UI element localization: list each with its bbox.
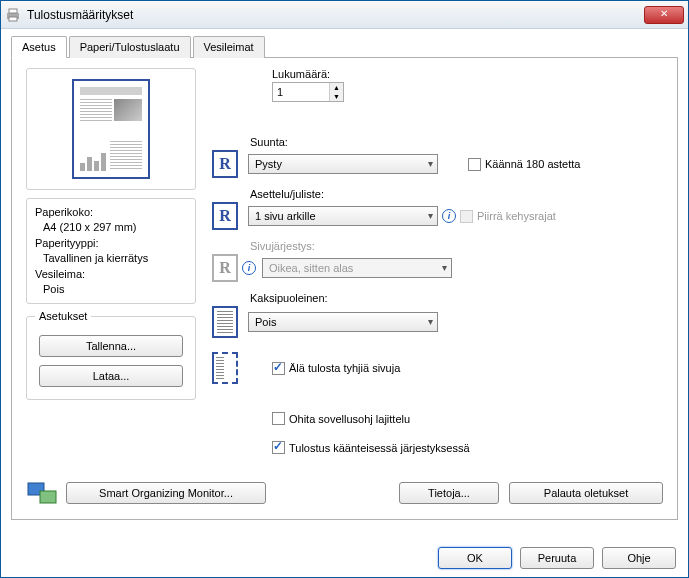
draw-frames-checkbox: Piirrä kehysrajat xyxy=(460,210,556,223)
copies-spinner[interactable]: ▲▼ xyxy=(329,83,343,101)
page-order-icon: R xyxy=(212,254,238,282)
skip-blank-icon xyxy=(212,352,238,384)
rotate-180-checkbox[interactable]: Käännä 180 astetta xyxy=(468,158,580,171)
skip-blank-checkbox[interactable]: Älä tulosta tyhjiä sivuja xyxy=(272,362,400,375)
paper-info-box: Paperikoko: A4 (210 x 297 mm) Paperityyp… xyxy=(26,198,196,304)
copies-input[interactable]: 1 ▲▼ xyxy=(272,82,344,102)
tab-watermarks[interactable]: Vesileimat xyxy=(193,36,265,58)
orientation-label: Suunta: xyxy=(250,136,663,148)
copies-label: Lukumäärä: xyxy=(272,68,663,80)
orientation-select[interactable]: Pysty xyxy=(248,154,438,174)
ignore-app-collate-checkbox[interactable]: Ohita sovellusohj lajittelu xyxy=(272,412,410,425)
about-button[interactable]: Tietoja... xyxy=(399,482,499,504)
page-order-label: Sivujärjestys: xyxy=(250,240,663,252)
layout-icon: R xyxy=(212,202,238,230)
watermark-value: Pois xyxy=(43,282,187,297)
left-column: Paperikoko: A4 (210 x 297 mm) Paperityyp… xyxy=(26,68,196,400)
settings-legend: Asetukset xyxy=(35,310,91,322)
layout-label: Asettelu/juliste: xyxy=(250,188,663,200)
orientation-icon: R xyxy=(212,150,238,178)
paper-type-value: Tavallinen ja kierrätys xyxy=(43,251,187,266)
smart-organizing-monitor-button[interactable]: Smart Organizing Monitor... xyxy=(66,482,266,504)
tab-paper-quality[interactable]: Paperi/Tulostuslaatu xyxy=(69,36,191,58)
svg-rect-2 xyxy=(9,17,17,21)
paper-size-value: A4 (210 x 297 mm) xyxy=(43,220,187,235)
content-area: Asetus Paperi/Tulostuslaatu Vesileimat xyxy=(1,29,688,530)
paper-type-label: Paperityyppi: xyxy=(35,236,187,251)
printer-icon xyxy=(5,7,21,23)
page-preview xyxy=(26,68,196,190)
paper-size-label: Paperikoko: xyxy=(35,205,187,220)
info-icon[interactable]: i xyxy=(442,209,456,223)
settings-group: Asetukset Tallenna... Lataa... xyxy=(26,316,196,400)
duplex-label: Kaksipuoleinen: xyxy=(250,292,663,304)
svg-rect-1 xyxy=(9,9,17,13)
print-preferences-window: Tulostusmääritykset ✕ Asetus Paperi/Tulo… xyxy=(0,0,689,578)
bottom-row: Smart Organizing Monitor... Tietoja... P… xyxy=(26,479,663,507)
footer-buttons: OK Peruuta Ohje xyxy=(438,547,676,569)
tab-setup[interactable]: Asetus xyxy=(11,36,67,58)
tab-panel: Paperikoko: A4 (210 x 297 mm) Paperityyp… xyxy=(11,58,678,520)
load-button[interactable]: Lataa... xyxy=(39,365,183,387)
layout-select[interactable]: 1 sivu arkille xyxy=(248,206,438,226)
duplex-select[interactable]: Pois xyxy=(248,312,438,332)
tab-strip: Asetus Paperi/Tulostuslaatu Vesileimat xyxy=(11,35,678,58)
restore-defaults-button[interactable]: Palauta oletukset xyxy=(509,482,663,504)
close-button[interactable]: ✕ xyxy=(644,6,684,24)
window-title: Tulostusmääritykset xyxy=(27,8,644,22)
info-icon[interactable]: i xyxy=(242,261,256,275)
help-button[interactable]: Ohje xyxy=(602,547,676,569)
save-button[interactable]: Tallenna... xyxy=(39,335,183,357)
reverse-order-checkbox[interactable]: Tulostus käänteisessä järjestyksessä xyxy=(272,441,470,454)
watermark-label: Vesileima: xyxy=(35,267,187,282)
svg-rect-4 xyxy=(40,491,56,503)
ok-button[interactable]: OK xyxy=(438,547,512,569)
titlebar: Tulostusmääritykset ✕ xyxy=(1,1,688,29)
cancel-button[interactable]: Peruuta xyxy=(520,547,594,569)
monitor-icon xyxy=(26,479,60,507)
page-order-select: Oikea, sitten alas xyxy=(262,258,452,278)
right-column: Lukumäärä: 1 ▲▼ Suunta: R Pysty Käännä 1 xyxy=(212,68,663,466)
duplex-icon xyxy=(212,306,238,338)
